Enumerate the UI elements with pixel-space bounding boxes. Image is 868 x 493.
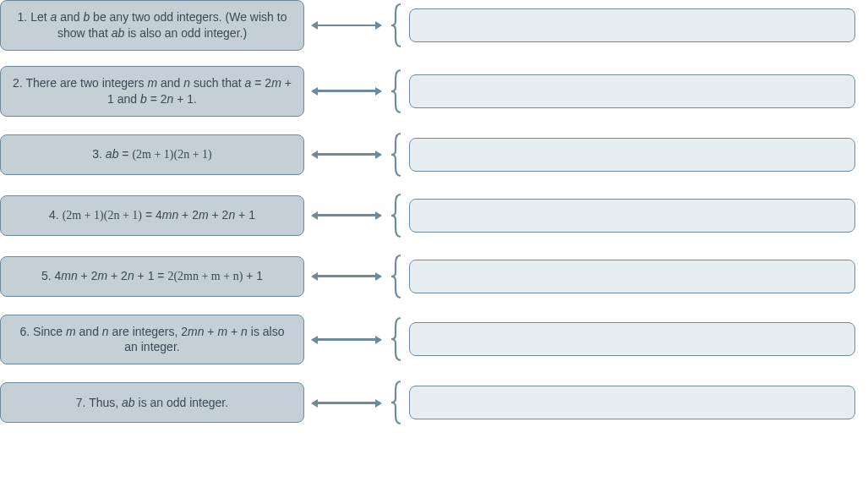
proof-step-text: 3. ab = (2m + 1)(2n + 1) — [92, 146, 211, 163]
proof-row: 5. 4mn + 2m + 2n + 1 = 2(2mn + m + n) + … — [0, 254, 868, 299]
proof-step-box[interactable]: 2. There are two integers m and n such t… — [0, 66, 304, 117]
proof-step-box[interactable]: 1. Let a and b be any two odd integers. … — [0, 0, 304, 51]
double-arrow-icon — [313, 275, 380, 277]
brace-icon — [389, 380, 404, 425]
proof-step-box[interactable]: 4. (2m + 1)(2n + 1) = 4mn + 2m + 2n + 1 — [0, 195, 304, 236]
brace-icon — [389, 193, 404, 238]
justification-drop-target[interactable] — [409, 260, 855, 293]
proof-step-box[interactable]: 7. Thus, ab is an odd integer. — [0, 382, 304, 423]
proof-row: 7. Thus, ab is an odd integer. — [0, 380, 868, 425]
connector-arrow — [304, 90, 389, 92]
double-arrow-icon — [313, 402, 380, 404]
justification-drop-target[interactable] — [409, 199, 855, 233]
double-arrow-icon — [313, 214, 380, 216]
double-arrow-icon — [313, 153, 380, 156]
brace-icon — [389, 316, 404, 362]
connector-arrow — [304, 275, 389, 277]
proof-step-box[interactable]: 5. 4mn + 2m + 2n + 1 = 2(2mn + m + n) + … — [0, 256, 304, 297]
proof-row: 2. There are two integers m and n such t… — [0, 66, 868, 117]
double-arrow-icon — [313, 25, 380, 27]
proof-step-text: 2. There are two integers m and n such t… — [13, 75, 292, 107]
justification-drop-target[interactable] — [409, 322, 855, 356]
proof-step-text: 4. (2m + 1)(2n + 1) = 4mn + 2m + 2n + 1 — [49, 207, 255, 224]
proof-row: 3. ab = (2m + 1)(2n + 1) — [0, 132, 868, 178]
justification-drop-target[interactable] — [409, 138, 855, 172]
proof-step-text: 7. Thus, ab is an odd integer. — [76, 395, 228, 411]
double-arrow-icon — [313, 90, 380, 92]
connector-arrow — [304, 338, 389, 341]
justification-drop-target[interactable] — [409, 386, 855, 419]
proof-row: 6. Since m and n are integers, 2mn + m +… — [0, 315, 868, 365]
brace-icon — [389, 68, 404, 114]
double-arrow-icon — [313, 338, 380, 341]
justification-drop-target[interactable] — [409, 8, 855, 42]
proof-step-box[interactable]: 3. ab = (2m + 1)(2n + 1) — [0, 134, 304, 175]
proof-step-text: 1. Let a and b be any two odd integers. … — [13, 9, 292, 41]
proof-step-box[interactable]: 6. Since m and n are integers, 2mn + m +… — [0, 315, 304, 365]
connector-arrow — [304, 402, 389, 404]
justification-drop-target[interactable] — [409, 74, 855, 108]
brace-icon — [389, 132, 404, 178]
proof-step-text: 5. 4mn + 2m + 2n + 1 = 2(2mn + m + n) + … — [41, 268, 263, 285]
brace-icon — [389, 254, 404, 299]
connector-arrow — [304, 214, 389, 216]
proof-row: 1. Let a and b be any two odd integers. … — [0, 0, 868, 51]
connector-arrow — [304, 25, 389, 27]
proof-step-text: 6. Since m and n are integers, 2mn + m +… — [13, 324, 292, 356]
proof-row: 4. (2m + 1)(2n + 1) = 4mn + 2m + 2n + 1 — [0, 193, 868, 238]
connector-arrow — [304, 153, 389, 156]
proof-matching-grid: 1. Let a and b be any two odd integers. … — [0, 0, 868, 425]
brace-icon — [389, 3, 404, 48]
